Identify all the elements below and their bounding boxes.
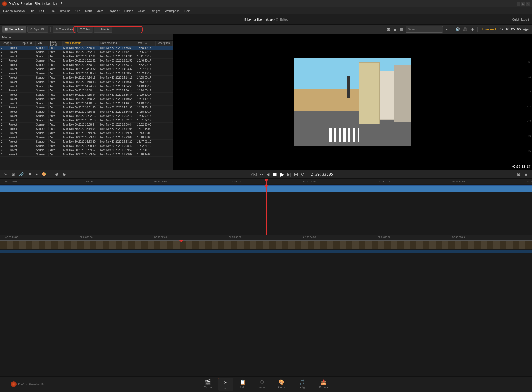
menu-edit[interactable]: Edit [37, 9, 46, 13]
titles-button[interactable]: T Titles [77, 26, 93, 33]
table-row[interactable]: 2 Project Square Auto Mon Nov 30 2020 16… [0, 152, 173, 157]
zoom-video-strip[interactable] [0, 240, 532, 249]
menu-color[interactable]: Color [136, 9, 147, 13]
table-row[interactable]: 2 Project Square Auto Mon Nov 30 2020 14… [0, 71, 173, 76]
table-row[interactable]: 2 Project Square Auto Mon Nov 30 2020 13… [0, 46, 173, 50]
video-btn[interactable]: 🎥 [462, 27, 469, 32]
table-row[interactable]: 2 Project Square Auto Mon Nov 30 2020 14… [0, 101, 173, 106]
col-header-idt[interactable]: IDT [9, 41, 21, 46]
col-header-par[interactable]: PAR [36, 41, 49, 46]
insert-button[interactable]: ⊕ [54, 172, 59, 177]
menu-davinci[interactable]: DaVinci Resolve [1, 9, 27, 13]
window-controls[interactable]: ─ □ ✕ [517, 2, 530, 6]
prev-frame-button[interactable]: ◀ [266, 171, 270, 177]
nav-fusion[interactable]: ⬡ Fusion [252, 378, 272, 391]
table-row[interactable]: 2 Project Square Auto Mon Nov 30 2020 14… [0, 110, 173, 114]
search-options-button[interactable]: ▼ [444, 27, 450, 32]
list-view-button[interactable]: ☰ [392, 27, 398, 32]
effects-icon: ✦ [97, 27, 99, 31]
effects-button[interactable]: ✦ Effects [94, 26, 112, 33]
nav-color[interactable]: 🎨 Color [273, 378, 290, 391]
loop-button[interactable]: ↺ [300, 171, 305, 177]
menu-timeline[interactable]: Timeline [57, 9, 73, 13]
table-row[interactable]: 2 Project Square Auto Mon Nov 30 2020 15… [0, 118, 173, 123]
media-pool-button[interactable]: ▦ Media Pool [2, 26, 26, 33]
menu-playback[interactable]: Playback [105, 9, 122, 13]
table-row[interactable]: 2 Project Square Auto Mon Nov 30 2020 14… [0, 67, 173, 71]
table-row[interactable]: 2 Project Square Auto Mon Nov 30 2020 15… [0, 148, 173, 152]
search-input[interactable] [406, 26, 443, 33]
menu-fusion[interactable]: Fusion [122, 9, 135, 13]
nav-cut[interactable]: ✂ Cut [218, 378, 233, 391]
table-row[interactable]: 2 Project Square Auto Mon Nov 30 2020 14… [0, 76, 173, 80]
menu-trim[interactable]: Trim [47, 9, 57, 13]
table-row[interactable]: 2 Project Square Auto Mon Nov 30 2020 14… [0, 88, 173, 93]
table-row[interactable]: 2 Project Square Auto Mon Nov 30 2020 15… [0, 135, 173, 140]
skip-back-button[interactable]: ⏮ [259, 171, 264, 177]
table-row[interactable]: 2 Project Square Auto Mon Nov 30 2020 15… [0, 114, 173, 118]
transitions-button[interactable]: ⧉ Transitions [53, 26, 76, 33]
col-header-datecreated[interactable]: Date Created [63, 41, 99, 46]
nav-deliver[interactable]: 📤 Deliver [314, 378, 334, 391]
grid-view-button[interactable]: ⊞ [386, 27, 391, 32]
timeline-ruler[interactable]: 01:00:00:00 01:17:02:00 01:34:04:00 01:5… [0, 179, 532, 184]
overwrite-button[interactable]: ⊖ [62, 172, 67, 177]
table-row[interactable]: 2 Project Square Auto Mon Nov 30 2020 13… [0, 50, 173, 54]
prev-button[interactable]: ◁◁ [250, 171, 257, 177]
nav-media[interactable]: 🎬 Media [198, 378, 217, 391]
col-header-datalevel[interactable]: Data Level [49, 41, 63, 46]
table-row[interactable]: 2 Project Square Auto Mon Nov 30 2020 15… [0, 127, 173, 131]
clip-color-button[interactable]: 🎨 [41, 172, 47, 177]
table-row[interactable]: 2 Project Square Auto Mon Nov 30 2020 13… [0, 54, 173, 59]
table-row[interactable]: 2 Project Square Auto Mon Nov 30 2020 15… [0, 131, 173, 135]
window-title: DaVinci Resolve - Bike to Ikebukuro 2 [9, 2, 517, 6]
col-header-inputlut[interactable]: Input LUT [21, 41, 35, 46]
nav-edit[interactable]: 📋 Edit [235, 378, 251, 391]
zoom-out-button[interactable]: ⊟ [516, 172, 521, 177]
table-row[interactable]: 2 Project Square Auto Mon Nov 30 2020 14… [0, 93, 173, 97]
skip-fwd-button[interactable]: ⏭ [293, 171, 299, 177]
menu-view[interactable]: View [94, 9, 105, 13]
table-row[interactable]: 2 Project Square Auto Mon Nov 30 2020 15… [0, 144, 173, 148]
both-btn[interactable]: ⊕ [470, 27, 475, 32]
play-button[interactable]: ▶ [280, 171, 285, 178]
maximize-button[interactable]: □ [521, 2, 525, 6]
menu-file[interactable]: File [27, 9, 37, 13]
timeline-area: 01:00:00:00 01:17:02:00 01:34:04:00 01:5… [0, 179, 532, 253]
table-row[interactable]: 2 Project Square Auto Mon Nov 30 2020 14… [0, 84, 173, 88]
edit-mode-button[interactable]: ✂ [3, 172, 9, 177]
table-row[interactable]: 2 Project Square Auto Mon Nov 30 2020 13… [0, 63, 173, 67]
flag-button[interactable]: ⚑ [27, 172, 33, 177]
menu-workspace[interactable]: Workspace [163, 9, 182, 13]
link-button[interactable]: 🔗 [18, 172, 25, 177]
col-header-desc[interactable]: Description [156, 41, 173, 46]
col-header-datemodified[interactable]: Date Modified [99, 41, 136, 46]
col-header-datetc[interactable]: Date TC [136, 41, 155, 46]
menu-mark[interactable]: Mark [83, 9, 94, 13]
col-header-usage[interactable]: Usage [1, 41, 9, 46]
stop-button[interactable]: ⏹ [272, 171, 278, 178]
snap-button[interactable]: ⊞ [11, 172, 16, 177]
quick-export-button[interactable]: ↑ Quick Export [510, 18, 529, 21]
zoom-audio-strip[interactable] [0, 250, 532, 253]
zoom-in-button[interactable]: ⊞ [523, 172, 529, 177]
menu-fairlight[interactable]: Fairlight [148, 9, 162, 13]
menu-help[interactable]: Help [182, 9, 193, 13]
detail-view-button[interactable]: ▤ [399, 27, 404, 32]
minimize-button[interactable]: ─ [517, 2, 520, 6]
table-row[interactable]: 2 Project Square Auto Mon Nov 30 2020 15… [0, 123, 173, 127]
close-button[interactable]: ✕ [526, 2, 530, 6]
nav-fairlight[interactable]: 🎵 Fairlight [292, 378, 313, 391]
sync-bin-button[interactable]: ⟳ Sync Bin [27, 26, 48, 33]
table-row[interactable]: 2 Project Square Auto Mon Nov 30 2020 13… [0, 59, 173, 63]
table-row[interactable]: 2 Project Square Auto Mon Nov 30 2020 14… [0, 97, 173, 101]
table-row[interactable]: 2 Project Square Auto Mon Nov 30 2020 14… [0, 106, 173, 110]
menu-clip[interactable]: Clip [73, 9, 82, 13]
table-row[interactable]: 2 Project Square Auto Mon Nov 30 2020 15… [0, 140, 173, 144]
table-row[interactable]: 2 Project Square Auto Mon Nov 30 2020 14… [0, 80, 173, 84]
next-frame-button[interactable]: ▶| [286, 171, 292, 177]
zoom-mark-5: 02:39:36:00 [378, 236, 391, 239]
marker-button[interactable]: ♦ [35, 172, 39, 177]
timecode-options-button[interactable]: ◀▶ [522, 27, 530, 32]
audio-btn[interactable]: 🔊 [454, 27, 461, 32]
